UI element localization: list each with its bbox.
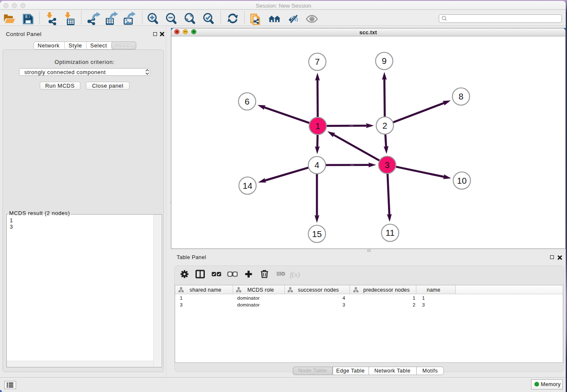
svg-text:4: 4 (314, 160, 319, 170)
svg-text:15: 15 (312, 229, 322, 239)
svg-text:8: 8 (459, 91, 463, 101)
svg-text:10: 10 (457, 176, 467, 185)
svg-text:9: 9 (382, 56, 386, 66)
svg-text:2: 2 (383, 121, 387, 130)
svg-text:7: 7 (315, 57, 319, 66)
svg-text:11: 11 (385, 228, 394, 237)
svg-text:1: 1 (315, 121, 320, 131)
svg-text:6: 6 (245, 97, 249, 106)
svg-text:14: 14 (243, 181, 253, 190)
svg-text:3: 3 (385, 160, 389, 170)
